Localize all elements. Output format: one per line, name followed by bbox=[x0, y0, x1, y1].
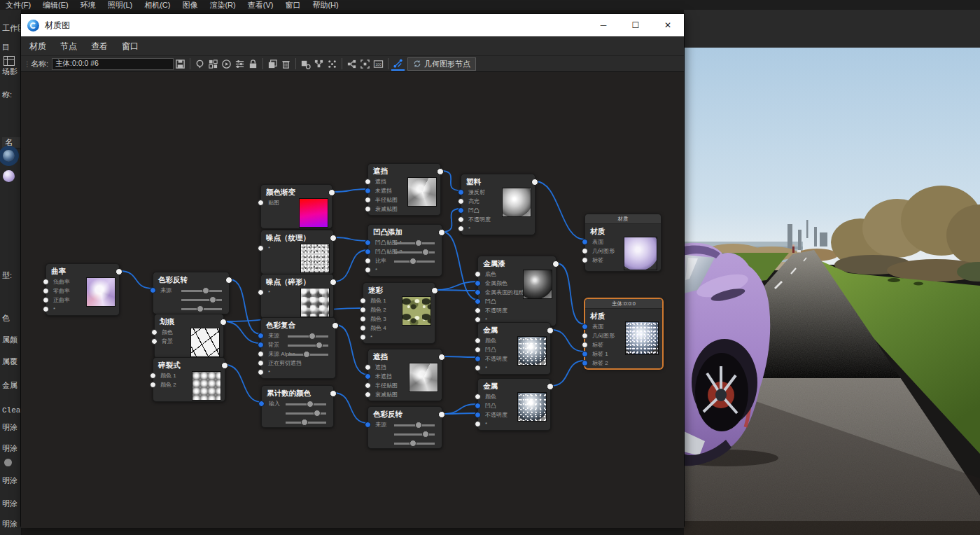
output-port[interactable] bbox=[330, 279, 337, 286]
input-port[interactable] bbox=[365, 179, 371, 185]
output-port[interactable] bbox=[438, 229, 445, 236]
input-port[interactable] bbox=[582, 257, 588, 263]
graph-node-bumpadd[interactable]: 凹凸添加凹凸贴图 1凹凸贴图 2比率* bbox=[368, 224, 442, 277]
input-port[interactable] bbox=[360, 307, 366, 313]
input-port[interactable] bbox=[365, 258, 371, 264]
input-port[interactable] bbox=[475, 421, 481, 427]
input-port[interactable] bbox=[360, 298, 366, 304]
input-port[interactable] bbox=[360, 334, 366, 340]
input-port[interactable] bbox=[475, 280, 481, 286]
graph-node-camo[interactable]: 迷彩颜色 1颜色 2颜色 3颜色 4* bbox=[363, 282, 435, 344]
layout-icon[interactable] bbox=[206, 57, 220, 70]
input-port[interactable] bbox=[258, 342, 264, 348]
save-icon[interactable] bbox=[174, 57, 187, 70]
window-menu-1[interactable]: 材质 bbox=[29, 41, 46, 53]
node-graph-canvas[interactable]: 曲率负曲率零曲率正曲率*色彩反转来源划痕颜色背景碎裂式颜色 1颜色 2颜色渐变贴… bbox=[21, 72, 684, 528]
input-port[interactable] bbox=[475, 394, 481, 400]
paste-node-icon[interactable] bbox=[299, 57, 312, 70]
duplicate-icon[interactable] bbox=[266, 57, 279, 70]
graph-node-invert1[interactable]: 色彩反转来源 bbox=[153, 272, 230, 314]
input-port[interactable] bbox=[582, 342, 588, 348]
node-sliders[interactable] bbox=[286, 399, 329, 426]
close-button[interactable]: ✕ bbox=[652, 14, 684, 36]
input-port[interactable] bbox=[150, 373, 156, 379]
input-port[interactable] bbox=[458, 216, 464, 223]
window-titlebar[interactable]: 材质图 ─ ☐ ✕ bbox=[21, 14, 684, 36]
graph-node-metal2[interactable]: 金属颜色凹凸不透明度* bbox=[477, 378, 551, 431]
input-port[interactable] bbox=[582, 360, 588, 366]
input-port[interactable] bbox=[475, 412, 481, 418]
window-menu-2[interactable]: 节点 bbox=[60, 41, 77, 53]
input-port[interactable] bbox=[151, 338, 158, 345]
graph-node-scratches[interactable]: 划痕颜色背景 bbox=[154, 314, 224, 359]
input-port[interactable] bbox=[365, 391, 371, 398]
graph-node-countcolor[interactable]: 累计数的颜色输入 bbox=[261, 385, 334, 428]
input-port[interactable] bbox=[43, 306, 49, 312]
zoom-100-icon[interactable]: 100 bbox=[372, 57, 385, 70]
graph-node-noise_frac[interactable]: 噪点（碎形）* bbox=[260, 274, 334, 319]
graph-node-noise_tex[interactable]: 噪点（纹理）* bbox=[260, 230, 334, 275]
output-port[interactable] bbox=[332, 322, 339, 329]
node-name-input[interactable] bbox=[52, 58, 174, 70]
input-port[interactable] bbox=[458, 189, 464, 195]
graph-node-cellular[interactable]: 碎裂式颜色 1颜色 2 bbox=[153, 357, 225, 402]
output-port[interactable] bbox=[431, 287, 438, 294]
scatter-nodes-icon[interactable] bbox=[326, 57, 339, 70]
input-port[interactable] bbox=[258, 333, 264, 339]
input-port[interactable] bbox=[258, 369, 264, 375]
node-sliders[interactable] bbox=[181, 286, 225, 313]
graph-node-metal1[interactable]: 金属颜色凹凸不透明度* bbox=[477, 322, 551, 375]
connections-icon[interactable] bbox=[391, 57, 405, 71]
graph-node-curvature[interactable]: 曲率负曲率零曲率正曲率* bbox=[46, 263, 120, 316]
graph-node-composite[interactable]: 色彩复合来源背景来源 Alpha正在剪切遮挡* bbox=[260, 317, 336, 379]
input-port[interactable] bbox=[582, 333, 588, 339]
output-port[interactable] bbox=[330, 235, 337, 242]
app-menu-6[interactable]: 图像 bbox=[182, 0, 197, 10]
input-port[interactable] bbox=[475, 271, 481, 277]
app-menu-4[interactable]: 照明(L) bbox=[108, 0, 132, 10]
app-menu-10[interactable]: 帮助(H) bbox=[312, 0, 338, 10]
output-port[interactable] bbox=[437, 168, 444, 175]
input-port[interactable] bbox=[582, 248, 588, 254]
output-port[interactable] bbox=[220, 319, 227, 326]
output-port[interactable] bbox=[221, 362, 228, 369]
input-port[interactable] bbox=[582, 351, 588, 357]
input-port[interactable] bbox=[475, 307, 481, 314]
input-port[interactable] bbox=[582, 239, 588, 245]
input-port[interactable] bbox=[258, 360, 264, 366]
input-port[interactable] bbox=[365, 382, 371, 389]
input-port[interactable] bbox=[582, 324, 588, 330]
input-port[interactable] bbox=[43, 288, 49, 294]
input-port[interactable] bbox=[43, 279, 49, 285]
input-port[interactable] bbox=[365, 267, 371, 273]
output-port[interactable] bbox=[115, 268, 122, 275]
input-port[interactable] bbox=[43, 297, 49, 303]
delete-icon[interactable] bbox=[279, 57, 293, 70]
input-port[interactable] bbox=[475, 356, 481, 362]
output-port[interactable] bbox=[531, 179, 538, 186]
input-port[interactable] bbox=[365, 364, 371, 370]
input-port[interactable] bbox=[365, 373, 371, 380]
play-icon[interactable] bbox=[220, 57, 233, 70]
output-port[interactable] bbox=[438, 354, 445, 361]
input-port[interactable] bbox=[475, 338, 481, 344]
input-port[interactable] bbox=[258, 351, 264, 357]
app-menu-9[interactable]: 窗口 bbox=[285, 0, 300, 10]
batch-nodes-icon[interactable] bbox=[312, 57, 326, 70]
output-port[interactable] bbox=[547, 383, 554, 390]
graph-node-invert2[interactable]: 色彩反转来源 bbox=[368, 406, 442, 449]
app-menu-5[interactable]: 相机(C) bbox=[144, 0, 170, 10]
input-port[interactable] bbox=[258, 200, 264, 206]
graph-node-occlusion1[interactable]: 遮挡遮挡未遮挡半径贴图衰减贴图 bbox=[368, 163, 441, 216]
output-port[interactable] bbox=[552, 260, 559, 268]
input-port[interactable] bbox=[475, 298, 481, 305]
input-port[interactable] bbox=[458, 225, 464, 232]
output-port[interactable] bbox=[330, 390, 337, 397]
output-port[interactable] bbox=[547, 327, 554, 334]
graph-node-material2[interactable]: 主体:0:0:0材质表面几何图形标签标签 1标签 2 bbox=[584, 298, 663, 369]
swatch-blue-swatch[interactable] bbox=[3, 150, 15, 162]
node-sliders[interactable] bbox=[288, 331, 331, 359]
node-sliders[interactable] bbox=[394, 420, 438, 447]
app-menu-2[interactable]: 编辑(E) bbox=[43, 0, 69, 10]
input-port[interactable] bbox=[365, 422, 371, 428]
